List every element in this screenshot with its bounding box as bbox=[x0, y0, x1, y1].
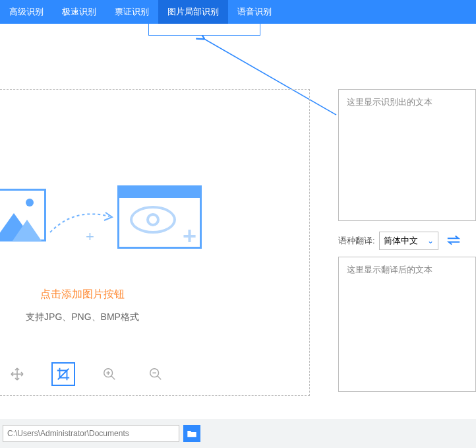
translated-text-box[interactable]: 这里显示翻译后的文本 bbox=[338, 257, 476, 392]
tab-voice-ocr[interactable]: 语音识别 bbox=[228, 0, 281, 24]
move-icon bbox=[9, 366, 25, 382]
language-select[interactable]: 简体中文 ⌄ bbox=[379, 232, 438, 250]
chevron-down-icon: ⌄ bbox=[427, 236, 434, 245]
preview-tile-icon: + bbox=[117, 185, 202, 249]
svg-line-2 bbox=[111, 376, 115, 380]
crop-icon bbox=[56, 367, 71, 381]
swap-icon bbox=[446, 235, 461, 245]
recognized-text-box[interactable]: 这里显示识别出的文本 bbox=[338, 89, 476, 221]
translate-row: 语种翻译: 简体中文 ⌄ bbox=[338, 232, 476, 250]
dashed-arrow-icon bbox=[49, 207, 115, 240]
svg-line-6 bbox=[158, 376, 162, 380]
tab-ticket-ocr[interactable]: 票证识别 bbox=[105, 0, 158, 24]
zoom-out-button[interactable] bbox=[144, 362, 167, 386]
tab-advanced-ocr[interactable]: 高级识别 bbox=[0, 0, 53, 24]
translate-label: 语种翻译: bbox=[338, 235, 375, 247]
image-tile-icon bbox=[0, 189, 46, 241]
illustration: + + bbox=[0, 189, 211, 261]
swap-languages-button[interactable] bbox=[446, 234, 461, 249]
zoom-in-icon bbox=[102, 367, 117, 381]
right-column: 这里显示识别出的文本 语种翻译: 简体中文 ⌄ 这里显示翻译后的文本 bbox=[338, 89, 476, 396]
annotation-highlight-box bbox=[148, 24, 260, 36]
tab-fast-ocr[interactable]: 极速识别 bbox=[53, 0, 105, 24]
tab-image-region-ocr[interactable]: 图片局部识别 bbox=[158, 0, 228, 24]
move-tool-button[interactable] bbox=[5, 362, 29, 386]
zoom-out-icon bbox=[148, 367, 163, 381]
image-drop-panel: + + 点击添加图片按钮 支持JPG、PNG、BMP格式 bbox=[0, 89, 310, 396]
supported-formats-label: 支持JPG、PNG、BMP格式 bbox=[0, 311, 165, 323]
open-folder-button[interactable] bbox=[183, 425, 200, 442]
language-selected-value: 简体中文 bbox=[384, 235, 418, 247]
bottom-bar bbox=[0, 419, 476, 448]
main-area: + + 点击添加图片按钮 支持JPG、PNG、BMP格式 bbox=[0, 89, 476, 396]
image-toolbar bbox=[0, 353, 167, 395]
folder-icon bbox=[187, 429, 197, 438]
top-tabs: 高级识别 极速识别 票证识别 图片局部识别 语音识别 bbox=[0, 0, 476, 24]
output-path-input[interactable] bbox=[3, 425, 179, 442]
add-image-button[interactable]: 点击添加图片按钮 bbox=[0, 288, 165, 302]
plus-icon: + bbox=[86, 228, 94, 245]
zoom-in-button[interactable] bbox=[98, 362, 121, 386]
crop-tool-button[interactable] bbox=[51, 362, 75, 386]
